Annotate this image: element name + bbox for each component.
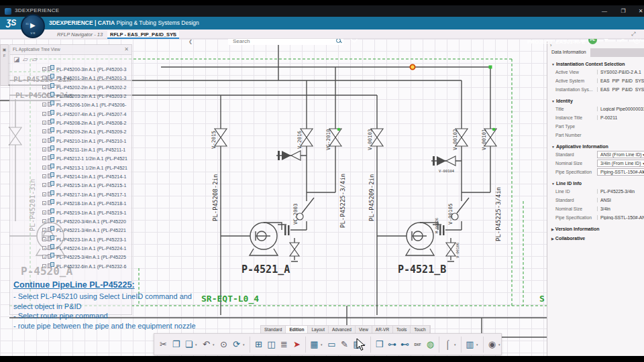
tree-item[interactable]: +PL-P45221-3/4in A.1 (PL-P45221	[42, 226, 131, 235]
green-endpoint[interactable]	[489, 66, 492, 69]
section-lineid[interactable]: ▼Line ID Info	[551, 181, 644, 186]
table-icon[interactable]: ▥	[464, 339, 476, 349]
tree-item[interactable]: +PL-P45203-2in A.1 (PL-P45203-2	[42, 92, 131, 101]
red-route-marker[interactable]	[410, 64, 415, 69]
tree-item[interactable]: +PL-P45200-3in A.1 (PL-P45200-3	[42, 65, 131, 74]
expand-icon[interactable]: +	[42, 121, 46, 125]
route-pipe-dropdown-icon[interactable]: ▾	[454, 343, 459, 347]
expand-icon[interactable]: +	[42, 112, 46, 116]
table-dropdown-icon[interactable]: ▾	[476, 343, 481, 347]
tree-item[interactable]: +PL-P45218-1in A.1 (PL-P45218-1	[42, 199, 131, 208]
tree-item[interactable]: +PL-P45219-1in A.1 (PL-P45219-1	[42, 208, 131, 217]
minimize-button[interactable]: —	[597, 7, 612, 15]
update-icon[interactable]: ⟳	[230, 339, 243, 349]
expand-icon[interactable]: +	[42, 237, 46, 241]
expand-icon[interactable]: +	[42, 210, 46, 215]
section-instantiation[interactable]: ▼Instantiation Context Selection	[551, 62, 644, 66]
maximize-button[interactable]: ❐	[616, 7, 631, 15]
expand-icon[interactable]: +	[42, 183, 46, 187]
route-link-icon[interactable]: ⊶	[386, 339, 398, 349]
tree-item[interactable]: +PL-P45223-1in A.1 (PL-P45223-1	[42, 235, 131, 244]
undo-icon[interactable]: ↶	[200, 339, 213, 349]
zoom-icon[interactable]: ⊙	[217, 339, 230, 349]
select-pointer-icon[interactable]: ➤	[290, 339, 303, 349]
fl-tool-import-icon[interactable]: ◪	[13, 56, 19, 63]
tree-item[interactable]: +PL-P45207-4in A.1 (PL-P45207-4	[42, 110, 131, 119]
panel-collapse-icon[interactable]: ❮	[189, 39, 193, 44]
side-dock[interactable]: ▣F	[0, 44, 9, 86]
tree-item[interactable]: +PL-P45201-3in A.1 (PL-P45201-3	[42, 74, 131, 82]
render-dropdown-icon[interactable]: ▾	[498, 343, 503, 347]
expand-icon[interactable]: +	[42, 246, 46, 250]
update-dropdown-icon[interactable]: ▾	[243, 343, 248, 347]
undo-dropdown-icon[interactable]: ▾	[213, 343, 217, 347]
tree-item[interactable]: +PL-P45208-2in A.1 (PL-P45208-2	[42, 119, 131, 127]
expand-icon[interactable]: +	[42, 85, 46, 89]
pipe-spec-dropdown[interactable]: Piping-SSTL-150#-ANS...	[597, 168, 644, 176]
copy-icon[interactable]: ❐	[170, 339, 182, 349]
search-icon[interactable]	[336, 38, 341, 43]
copy-view-icon[interactable]: ❒	[373, 339, 386, 349]
route-link-alt-icon[interactable]: ⊷	[398, 339, 411, 349]
section-collaborative[interactable]: ▶Collaborative	[551, 236, 644, 241]
dock-icon-f[interactable]: F	[1, 54, 8, 58]
expand-icon[interactable]: +	[42, 255, 46, 259]
expand-icon[interactable]: +	[42, 192, 46, 196]
expand-icon[interactable]: +	[42, 94, 46, 98]
paste-dropdown-icon[interactable]: ▾	[195, 343, 200, 347]
fl-tree-panel[interactable]: FL Applicative Tree View ✕ ◪ ▱ ▱ +PL-P45…	[9, 44, 132, 315]
section-applicative[interactable]: ▼Applicative Information	[551, 144, 644, 149]
expand-icon[interactable]: +	[42, 147, 46, 152]
tree-item[interactable]: +PL-P45213-1 1/2in A.1 (PL-P4521	[42, 164, 131, 172]
tree-item[interactable]: +PL-P45217-1in A.1 (PL-P45217-1	[42, 190, 131, 199]
valve-v00106[interactable]	[446, 243, 455, 256]
tree-item[interactable]: +PL-P45232-6in A.1 (PL-P45232-6	[42, 262, 131, 271]
expand-icon[interactable]: +	[42, 139, 46, 143]
cut-icon[interactable]: ✂	[157, 339, 170, 349]
tree-item[interactable]: +PL-P45224-1in A.1 (PL-P45224-1	[42, 244, 131, 253]
expand-icon[interactable]: +	[42, 156, 46, 160]
check-valves[interactable]	[278, 151, 455, 166]
route-pipe-icon[interactable]: ⌠	[441, 339, 454, 349]
dxf-export-icon[interactable]: DXF	[411, 343, 424, 347]
fl-tool-new-icon[interactable]: ▱	[32, 56, 38, 63]
expand-icon[interactable]: +	[42, 129, 46, 133]
expand-icon[interactable]: +	[42, 166, 46, 170]
section-identity[interactable]: ▼Identity	[551, 99, 644, 103]
new-sheet-icon[interactable]: ⊞	[252, 339, 265, 349]
list-report-icon[interactable]: ≣	[278, 339, 290, 349]
expand-icon[interactable]: +	[42, 103, 46, 107]
fl-tool-open-icon[interactable]: ▱	[23, 56, 28, 63]
expand-icon[interactable]: +	[42, 228, 46, 232]
tree-item[interactable]: +PL-P45209-2in A.1 (PL-P45209-2	[42, 127, 131, 136]
expand-icon[interactable]: +	[42, 201, 46, 205]
fl-panel-header[interactable]: FL Applicative Tree View ✕	[10, 45, 131, 55]
pid-canvas[interactable]: ❮	[0, 39, 644, 356]
tab-rflp-pid[interactable]: RFLP - EAS_PIP_P&ID_SYS	[107, 31, 179, 39]
catalog-icon[interactable]: ◍	[424, 339, 437, 349]
dock-icon-e[interactable]: ▣	[1, 47, 8, 52]
nominal-size-dropdown[interactable]: 3/4in (From Line ID)	[597, 160, 644, 167]
tree-item[interactable]: +PL-P45210-1in A.1 (PL-P45210-1	[42, 137, 131, 145]
paste-icon[interactable]: ❏	[182, 339, 195, 349]
pump-p4521a[interactable]	[250, 223, 282, 255]
capture-icon[interactable]: ◫	[265, 339, 278, 349]
project-selector[interactable]: PROJECT_EAS01-RPE ⌄	[527, 39, 592, 45]
expand-icon[interactable]: +	[42, 219, 46, 223]
check-valve-a[interactable]	[291, 151, 301, 160]
render-style-icon[interactable]: ◉	[486, 339, 498, 349]
tree-item[interactable]: +PL-P45220-3/4in A.1 (PL-P45220	[42, 217, 131, 226]
expand-icon[interactable]: +	[42, 67, 46, 71]
tree-item[interactable]: +PL-P45225-3/4in A.1 (PL-P45225	[42, 253, 131, 261]
check-valve-v00104[interactable]	[446, 156, 455, 166]
expand-icon[interactable]: +	[42, 264, 46, 268]
viewport-icon[interactable]: ▭	[325, 339, 338, 349]
tree-item[interactable]: +PL-P45214-1in A.1 (PL-P45214-1	[42, 172, 131, 181]
tree-item[interactable]: +PL-P45215-1in A.1 (PL-P45215-1	[42, 181, 131, 190]
tree-item[interactable]: +PL-P45211-1in A.1 (PL-P45211-1	[42, 145, 131, 154]
pump-p4521b[interactable]	[406, 223, 438, 255]
image-dropdown-icon[interactable]: ▾	[321, 343, 325, 347]
image-icon[interactable]: ▦	[308, 339, 321, 349]
tree-item[interactable]: +PL-P45202-2in A.1 (PL-P45202-2	[42, 83, 131, 92]
restore-view-icon[interactable]: ⤢	[631, 31, 635, 38]
